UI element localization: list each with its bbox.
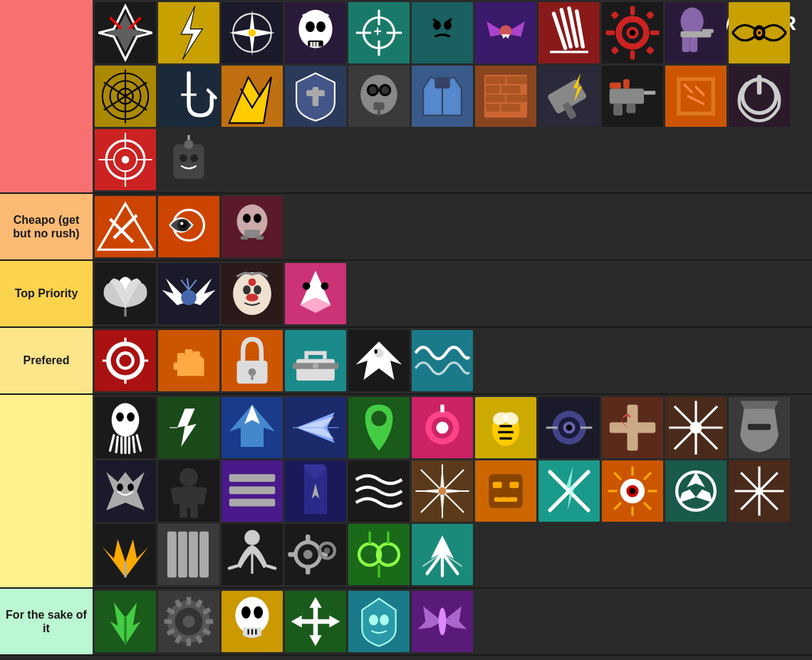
tier-content-yellow bbox=[93, 395, 812, 587]
svg-rect-80 bbox=[434, 77, 450, 88]
icon-shark-dash bbox=[222, 397, 283, 458]
icon-star-shatter bbox=[665, 397, 727, 458]
icon-slash-burst bbox=[95, 196, 156, 257]
icon-angry-face bbox=[412, 2, 473, 63]
icon-wave-crash bbox=[412, 330, 473, 391]
svg-rect-225 bbox=[229, 487, 276, 495]
icon-vampire-bat bbox=[475, 2, 536, 63]
icon-shadow-man bbox=[158, 460, 219, 522]
svg-point-320 bbox=[369, 614, 378, 625]
svg-point-142 bbox=[254, 285, 261, 294]
svg-point-210 bbox=[689, 421, 702, 433]
svg-point-54 bbox=[758, 31, 761, 34]
svg-rect-17 bbox=[313, 42, 316, 46]
svg-point-266 bbox=[756, 488, 764, 495]
svg-rect-100 bbox=[626, 104, 635, 113]
svg-rect-308 bbox=[165, 619, 172, 624]
icon-star-burst bbox=[222, 2, 283, 63]
icon-bars bbox=[158, 524, 219, 585]
tier-row-prefered: Prefered bbox=[0, 328, 812, 395]
svg-rect-38 bbox=[630, 51, 635, 60]
svg-rect-87 bbox=[501, 86, 521, 93]
icon-eye-scope bbox=[538, 397, 600, 458]
svg-rect-271 bbox=[178, 532, 187, 578]
svg-point-250 bbox=[630, 488, 636, 495]
svg-rect-97 bbox=[610, 88, 644, 104]
svg-point-144 bbox=[249, 279, 256, 287]
svg-rect-16 bbox=[310, 42, 312, 46]
icon-moth-purple bbox=[412, 591, 473, 652]
svg-rect-239 bbox=[509, 482, 519, 488]
icon-skull-gas bbox=[222, 196, 283, 257]
svg-rect-222 bbox=[190, 507, 198, 518]
svg-rect-156 bbox=[177, 353, 185, 362]
tier-content-s: + bbox=[93, 0, 812, 192]
svg-rect-281 bbox=[306, 567, 310, 574]
svg-rect-84 bbox=[486, 76, 505, 84]
tier-row-s: + bbox=[0, 0, 812, 194]
svg-point-118 bbox=[190, 154, 198, 162]
icon-vine-circles bbox=[348, 524, 410, 585]
icon-burst-eye bbox=[602, 460, 663, 522]
icon-arrow-cross bbox=[285, 591, 346, 652]
icon-wind-flow bbox=[348, 460, 410, 522]
icon-squid bbox=[95, 397, 156, 458]
tier-content-priority bbox=[93, 261, 812, 326]
icon-skull-remote bbox=[158, 129, 219, 190]
svg-point-147 bbox=[321, 282, 329, 290]
svg-point-128 bbox=[180, 222, 183, 225]
icon-shield-hammer bbox=[285, 66, 346, 127]
svg-point-217 bbox=[179, 468, 198, 487]
svg-point-175 bbox=[127, 413, 135, 422]
svg-point-298 bbox=[182, 615, 194, 627]
icon-phoenix-tail bbox=[412, 524, 473, 585]
svg-point-143 bbox=[246, 294, 258, 301]
icon-power-button bbox=[729, 66, 790, 127]
svg-rect-299 bbox=[187, 597, 191, 605]
svg-rect-302 bbox=[206, 619, 214, 624]
icon-map-pin bbox=[348, 397, 410, 458]
svg-point-214 bbox=[117, 483, 123, 491]
svg-rect-50 bbox=[702, 29, 714, 33]
icon-spartan-helm bbox=[729, 397, 790, 458]
svg-text:+: + bbox=[373, 24, 381, 39]
svg-point-36 bbox=[630, 30, 636, 36]
svg-rect-85 bbox=[506, 76, 527, 84]
tier-list: + bbox=[0, 0, 812, 656]
svg-rect-134 bbox=[256, 236, 264, 239]
icon-gas-mask bbox=[348, 66, 410, 127]
svg-rect-238 bbox=[493, 482, 502, 488]
icon-fist bbox=[158, 330, 219, 391]
svg-rect-272 bbox=[189, 532, 198, 578]
icon-ring-burst bbox=[95, 330, 156, 391]
svg-point-138 bbox=[181, 290, 197, 306]
icon-skull-open bbox=[222, 591, 283, 652]
icon-gunman bbox=[665, 2, 727, 63]
svg-point-314 bbox=[254, 607, 263, 619]
icon-wing-blade bbox=[95, 524, 156, 585]
tier-row-sake: For the sake of it bbox=[0, 589, 812, 656]
icon-lock-ornate bbox=[222, 330, 283, 391]
svg-rect-237 bbox=[489, 474, 522, 507]
icon-parallel-lines bbox=[222, 460, 283, 522]
icon-claw-slash bbox=[538, 2, 600, 63]
icon-lotus bbox=[95, 263, 156, 324]
svg-point-46 bbox=[681, 8, 704, 36]
tier-label-s bbox=[0, 0, 93, 192]
tier-label-yellow bbox=[0, 395, 93, 587]
icon-bee bbox=[475, 397, 536, 458]
tier-label-sake: For the sake of it bbox=[0, 589, 93, 654]
svg-point-323 bbox=[439, 608, 447, 636]
svg-point-313 bbox=[241, 607, 251, 619]
svg-point-321 bbox=[380, 614, 389, 625]
icon-target-sight bbox=[95, 129, 156, 190]
icon-thunder-hammer bbox=[538, 66, 600, 127]
svg-point-141 bbox=[243, 285, 251, 294]
icon-phoenix-wings bbox=[158, 263, 219, 324]
svg-rect-78 bbox=[373, 103, 384, 110]
icon-armor-vest bbox=[412, 66, 473, 127]
svg-point-285 bbox=[324, 547, 330, 554]
svg-rect-273 bbox=[199, 532, 209, 578]
svg-rect-86 bbox=[486, 86, 499, 93]
svg-rect-40 bbox=[650, 31, 660, 35]
